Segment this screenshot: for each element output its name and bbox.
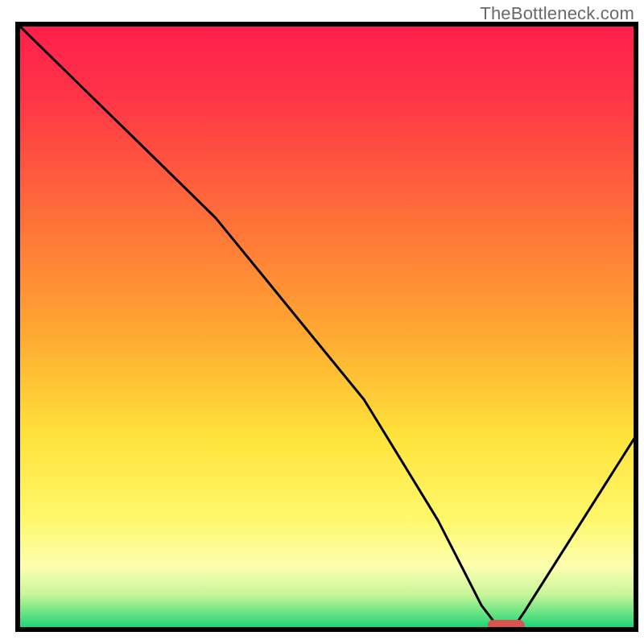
watermark-text: TheBottleneck.com <box>480 3 634 24</box>
bottleneck-chart <box>0 0 644 644</box>
chart-container: TheBottleneck.com <box>0 0 644 644</box>
